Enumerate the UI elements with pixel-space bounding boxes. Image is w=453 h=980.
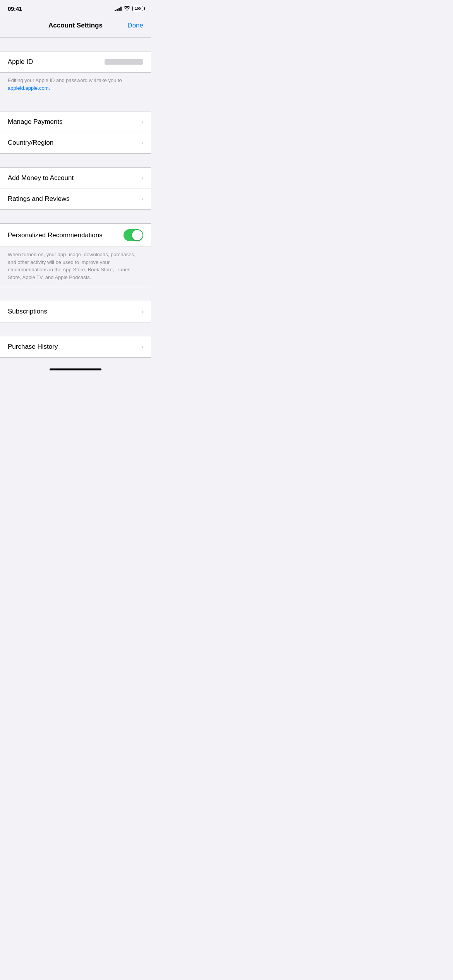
nav-header: Account Settings Done bbox=[0, 17, 151, 38]
apple-id-info-section: Editing your Apple ID and password will … bbox=[0, 73, 151, 98]
recommendations-description-text: When turned on, your app usage, download… bbox=[8, 251, 143, 281]
home-indicator bbox=[0, 365, 151, 373]
status-icons: 100 bbox=[115, 6, 143, 12]
country-region-label: Country/Region bbox=[8, 139, 53, 147]
section-gap-3 bbox=[0, 154, 151, 167]
battery-icon: 100 bbox=[132, 6, 143, 11]
subscriptions-section: Subscriptions › bbox=[0, 301, 151, 322]
section-gap-5 bbox=[0, 287, 151, 301]
ratings-reviews-chevron-icon: › bbox=[141, 196, 143, 202]
money-ratings-section: Add Money to Account › Ratings and Revie… bbox=[0, 167, 151, 210]
purchase-history-label: Purchase History bbox=[8, 343, 58, 351]
section-gap-4 bbox=[0, 210, 151, 223]
signal-bars-icon bbox=[115, 6, 122, 11]
status-time: 09:41 bbox=[8, 5, 22, 12]
add-money-label: Add Money to Account bbox=[8, 174, 74, 182]
add-money-chevron-icon: › bbox=[141, 175, 143, 181]
apple-id-row[interactable]: Apple ID bbox=[0, 51, 151, 72]
add-money-row[interactable]: Add Money to Account › bbox=[0, 168, 151, 188]
section-gap-2 bbox=[0, 98, 151, 111]
apple-id-section: Apple ID bbox=[0, 51, 151, 73]
subscriptions-chevron-icon: › bbox=[141, 308, 143, 315]
payments-region-section: Manage Payments › Country/Region › bbox=[0, 111, 151, 154]
personalized-recommendations-toggle[interactable] bbox=[124, 229, 143, 241]
ratings-reviews-label: Ratings and Reviews bbox=[8, 195, 70, 203]
home-bar bbox=[50, 368, 101, 370]
personalized-recommendations-row[interactable]: Personalized Recommendations bbox=[0, 224, 151, 247]
wifi-icon bbox=[124, 6, 130, 12]
recommendations-description-section: When turned on, your app usage, download… bbox=[0, 247, 151, 287]
section-gap-1 bbox=[0, 38, 151, 51]
subscriptions-row[interactable]: Subscriptions › bbox=[0, 301, 151, 322]
manage-payments-label: Manage Payments bbox=[8, 118, 63, 126]
section-gap-6 bbox=[0, 322, 151, 336]
purchase-history-chevron-icon: › bbox=[141, 344, 143, 350]
subscriptions-label: Subscriptions bbox=[8, 308, 47, 315]
country-region-chevron-icon: › bbox=[141, 140, 143, 146]
recommendations-section: Personalized Recommendations bbox=[0, 223, 151, 247]
personalized-recommendations-label: Personalized Recommendations bbox=[8, 231, 103, 239]
status-bar: 09:41 100 bbox=[0, 0, 151, 17]
toggle-track bbox=[124, 229, 143, 241]
done-button[interactable]: Done bbox=[127, 22, 143, 29]
page-title: Account Settings bbox=[48, 22, 103, 29]
purchase-history-row[interactable]: Purchase History › bbox=[0, 336, 151, 357]
purchase-history-section: Purchase History › bbox=[0, 336, 151, 358]
apple-id-info-text: Editing your Apple ID and password will … bbox=[8, 77, 143, 92]
toggle-thumb bbox=[132, 230, 142, 240]
manage-payments-row[interactable]: Manage Payments › bbox=[0, 111, 151, 132]
apple-id-label: Apple ID bbox=[8, 58, 33, 66]
country-region-row[interactable]: Country/Region › bbox=[0, 132, 151, 153]
apple-id-link[interactable]: appleid.apple.com. bbox=[8, 85, 50, 91]
ratings-reviews-row[interactable]: Ratings and Reviews › bbox=[0, 188, 151, 209]
apple-id-value-placeholder bbox=[105, 59, 143, 65]
manage-payments-chevron-icon: › bbox=[141, 119, 143, 125]
